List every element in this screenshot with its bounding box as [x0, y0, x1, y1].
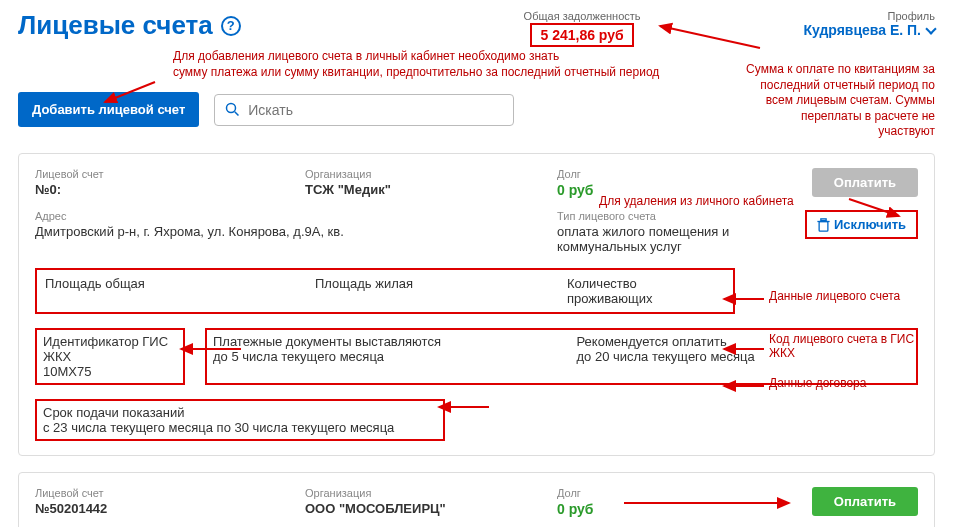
add-account-button[interactable]: Добавить лицевой счет — [18, 92, 199, 127]
delete-hint: Для удаления из личного кабинета — [599, 194, 936, 208]
pay-button[interactable]: Оплатить — [812, 487, 918, 516]
search-icon — [225, 102, 240, 117]
docs-value: до 5 числа текущего месяца — [213, 349, 547, 364]
svg-line-2 — [235, 112, 239, 116]
org-value: ТСЖ "Медик" — [305, 182, 537, 197]
area-total-label: Площадь общая — [45, 276, 295, 291]
pay-button-disabled[interactable]: Оплатить — [812, 168, 918, 197]
chevron-down-icon — [925, 23, 936, 34]
docs-label: Платежные документы выставляются — [213, 334, 547, 349]
account-data-box: Площадь общая Площадь жилая Количество п… — [35, 268, 735, 314]
total-debt-value: 5 241,86 руб — [530, 23, 633, 47]
trash-icon — [817, 218, 830, 232]
contract-hint: Данные договора — [769, 376, 866, 390]
profile-label: Профиль — [803, 10, 935, 22]
search-input[interactable] — [248, 102, 503, 118]
deadline-value: с 23 числа текущего месяца по 30 числа т… — [43, 420, 437, 435]
help-icon[interactable]: ? — [221, 16, 241, 36]
type-label: Тип лицевого счета — [557, 210, 778, 222]
addr-value: Дмитровский р-н, г. Яхрома, ул. Конярова… — [35, 224, 537, 239]
gis-value: 10МХ75 — [43, 364, 177, 379]
debt2-value: 0 руб — [557, 501, 778, 517]
exclude-label: Исключить — [834, 217, 906, 232]
title-text: Лицевые счета — [18, 10, 213, 41]
deadline-label: Срок подачи показаний — [43, 405, 437, 420]
org2-value: ООО "МОСОБЛЕИРЦ" — [305, 501, 537, 516]
type-value: оплата жилого помещения и коммунальных у… — [557, 224, 747, 254]
search-field[interactable] — [214, 94, 514, 126]
deadline-box: Срок подачи показаний с 23 числа текущег… — [35, 399, 445, 441]
addr-label: Адрес — [35, 210, 537, 222]
exclude-button[interactable]: Исключить — [805, 210, 918, 239]
profile-dropdown[interactable]: Кудрявцева Е. П. — [803, 22, 935, 38]
org2-label: Организация — [305, 487, 537, 499]
data-hint: Данные лицевого счета — [769, 289, 900, 303]
residents-label: Количество проживающих — [567, 276, 725, 306]
page-title: Лицевые счета ? — [18, 10, 241, 41]
acc2-label: Лицевой счет — [35, 487, 285, 499]
acc-value: №0: — [35, 182, 285, 197]
acc2-value: №50201442 — [35, 501, 285, 516]
svg-rect-5 — [819, 221, 828, 231]
account-card-2: Лицевой счет №50201442 Организация ООО "… — [18, 472, 935, 527]
account-card-1: Лицевой счет №0: Организация ТСЖ "Медик"… — [18, 153, 935, 456]
svg-point-1 — [227, 104, 236, 113]
debt2-label: Долг — [557, 487, 778, 499]
gis-hint: Код лицевого счета в ГИС ЖКХ — [769, 332, 934, 360]
svg-rect-6 — [821, 219, 826, 221]
acc-label: Лицевой счет — [35, 168, 285, 180]
total-debt-label: Общая задолженность — [524, 10, 641, 22]
gis-label: Идентификатор ГИС ЖКХ — [43, 334, 177, 364]
debt-hint-text: Сумма к оплате по квитанциям за последни… — [745, 62, 935, 140]
area-live-label: Площадь жилая — [315, 276, 547, 291]
gis-box: Идентификатор ГИС ЖКХ 10МХ75 — [35, 328, 185, 385]
org-label: Организация — [305, 168, 537, 180]
profile-name-text: Кудрявцева Е. П. — [803, 22, 921, 38]
debt-label: Долг — [557, 168, 778, 180]
